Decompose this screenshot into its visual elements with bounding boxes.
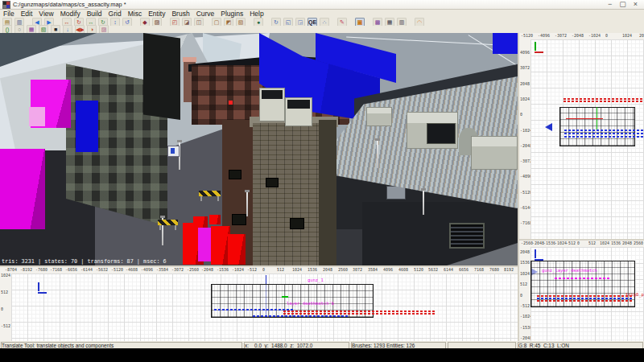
ruler-tick: 512 <box>1 290 8 295</box>
ruler-tick: 1024 <box>520 97 530 102</box>
toolbar-render-mode-button[interactable]: ▦ <box>385 18 394 27</box>
lamp-post[interactable] <box>423 191 424 215</box>
brush-pink-small[interactable] <box>29 107 45 126</box>
brush-blue-box[interactable] <box>76 101 98 152</box>
striped-barrier[interactable] <box>199 191 221 196</box>
stone-tower[interactable] <box>253 123 320 265</box>
ruler-tick: -2048 <box>572 34 584 39</box>
toolbar-z-axis-flip-button[interactable]: ↕ <box>110 18 120 27</box>
blue-sky-brush-3[interactable] <box>493 33 518 54</box>
side-view-bottom[interactable]: -8704-8192-7680-7168-6656-6144-5632-5120… <box>0 267 518 341</box>
menu-modify[interactable]: Modify <box>57 10 84 18</box>
toolbar-csg-subtract-button[interactable]: ◪ <box>182 18 192 27</box>
entity-text-blue <box>214 309 295 311</box>
entity-text-blue <box>253 315 349 317</box>
ruler-tick: 0 <box>1 307 3 312</box>
ruler-tick: -6656 <box>65 268 77 273</box>
grid-canvas[interactable]: gunz_1 layer_deathmatch'b <box>11 274 518 341</box>
ruler-tick: 1024 <box>600 241 609 246</box>
ruler-tick: 5120 <box>414 268 423 273</box>
ruler-tick: -1024 <box>232 268 244 273</box>
entity-text-magenta <box>555 278 611 279</box>
ruler-tick: -1024 <box>555 241 567 246</box>
side-view-right[interactable]: -2560-2048-1536-1024-5120512102415362048… <box>519 241 644 341</box>
toolbar-texture-tool-button[interactable]: ▨ <box>152 18 162 27</box>
menu-misc[interactable]: Misc <box>125 10 145 18</box>
entity-text-blue <box>564 130 644 131</box>
striped-barrier[interactable] <box>158 220 178 225</box>
tower-vent[interactable] <box>259 88 285 121</box>
grid-canvas[interactable]: gunz_layer_deathmatch trig0_p <box>530 247 644 341</box>
toolbar-filter-toggle-button[interactable]: ▥ <box>397 18 407 27</box>
lamp-post[interactable] <box>377 141 378 168</box>
toolbar-complex-move-button[interactable]: ◆ <box>140 18 150 27</box>
wall-sign[interactable] <box>167 146 180 157</box>
toolbar-refresh-models-button[interactable]: ✎ <box>337 18 347 27</box>
ruler-tick: -7680 <box>35 268 47 273</box>
ruler-tick: -2048 <box>532 241 544 246</box>
entity-text-red <box>564 101 644 102</box>
ruler-tick: 7680 <box>489 268 499 273</box>
ruler-tick: -8704 <box>5 268 17 273</box>
ruler-tick: 1024 <box>292 268 302 273</box>
grid-canvas[interactable] <box>530 39 644 239</box>
ruler-tick: 512 <box>520 282 527 287</box>
toolbar-patch-tool-button[interactable]: ◠ <box>415 18 424 27</box>
entity-text-red <box>283 313 436 315</box>
toolbar-hollow-button[interactable]: ▢ <box>212 18 221 27</box>
tower-vent[interactable] <box>285 97 312 126</box>
screen-background <box>0 348 644 362</box>
toolbar-select-touching-button[interactable]: ◰ <box>170 18 180 27</box>
roof-vent-opening <box>427 123 456 144</box>
brush-red-box[interactable] <box>193 216 208 228</box>
ruler-tick: 8192 <box>504 268 514 273</box>
toolbar-make-detail-button[interactable]: ▧ <box>236 18 246 27</box>
toolbar-vertex-edit-button[interactable]: ∴ <box>320 18 329 27</box>
brush-red-box[interactable] <box>209 215 221 224</box>
building-dark-tower[interactable] <box>143 33 180 120</box>
window[interactable] <box>386 186 406 200</box>
ruler-vertical: 40963072204810240-1024-2048-3072-4096-51… <box>519 39 531 239</box>
ruler-tick: 5632 <box>428 268 438 273</box>
menu-view[interactable]: View <box>35 10 56 18</box>
menu-grid[interactable]: Grid <box>105 10 125 18</box>
minimize-button[interactable]: − <box>608 1 612 8</box>
menu-file[interactable]: File <box>0 10 18 18</box>
menu-help[interactable]: Help <box>246 10 266 18</box>
toolbar-scale-axis-button[interactable]: ◲ <box>295 18 305 27</box>
menu-edit[interactable]: Edit <box>18 10 36 18</box>
menu-brush[interactable]: Brush <box>168 10 192 18</box>
brush-magenta-2[interactable] <box>0 149 45 229</box>
menu-entity[interactable]: Entity <box>145 10 168 18</box>
toolbar-free-rotation-button[interactable]: ↻ <box>271 18 281 27</box>
roof-ac-unit[interactable] <box>366 107 392 126</box>
toolbar-free-scaling-button[interactable]: ◱ <box>283 18 293 27</box>
toolbar-csg-merge-button[interactable]: ◫ <box>194 18 204 27</box>
brush-red-box[interactable] <box>228 234 246 265</box>
title-bar[interactable]: C:/gunzmaps/data/maps/cs_assacity.map * … <box>0 0 644 10</box>
ruler-tick: -2048 <box>201 268 213 273</box>
menu-curve[interactable]: Curve <box>193 10 218 18</box>
roof-ac-unit[interactable] <box>471 136 518 170</box>
lamp-post[interactable] <box>246 192 248 216</box>
toolbar-qe4-drag-button[interactable]: QE <box>308 18 317 27</box>
camera-3d-view[interactable]: tris: 3231 | states: 70 | transforms: 87… <box>0 33 518 265</box>
xy-top-view[interactable]: -5120-4096-3072-2048-1024010242048 40963… <box>519 33 644 239</box>
toolbar-texture-lock-button[interactable]: ▣ <box>355 18 365 27</box>
camera-position-marker[interactable] <box>545 123 552 131</box>
ruler-tick: 3072 <box>353 268 362 273</box>
entity-text-red <box>537 295 634 297</box>
window <box>266 178 279 187</box>
toolbar-cubic-clipping-button[interactable]: ▩ <box>373 18 382 27</box>
ruler-tick: 2048 <box>520 250 530 255</box>
toolbar-entity-list-button[interactable]: ● <box>254 18 263 27</box>
ruler-tick: -3584 <box>156 268 168 273</box>
menu-plugins[interactable]: Plugins <box>217 10 246 18</box>
menu-build[interactable]: Build <box>84 10 105 18</box>
ruler-tick: 3072 <box>520 66 530 71</box>
close-button[interactable]: × <box>634 1 638 8</box>
toolbar-clipper-button[interactable]: ◩ <box>224 18 233 27</box>
maximize-button[interactable]: ▢ <box>619 1 626 8</box>
roof-grate[interactable] <box>449 223 485 249</box>
toolbar-z-axis-rotate-button[interactable]: ↺ <box>122 18 132 27</box>
